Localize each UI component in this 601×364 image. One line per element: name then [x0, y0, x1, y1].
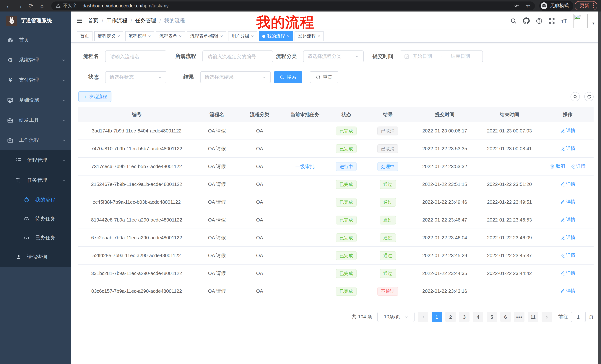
tab-流程表单[interactable]: 流程表单× — [156, 31, 185, 41]
calendar-icon — [404, 54, 409, 59]
detail-action[interactable]: 详情 — [560, 234, 575, 241]
back-icon[interactable]: ← — [4, 1, 13, 10]
prev-page-button[interactable] — [418, 312, 428, 322]
detail-action[interactable]: 详情 — [560, 127, 575, 134]
tab-close-icon[interactable]: × — [148, 34, 151, 39]
avatar[interactable] — [573, 14, 588, 28]
key-icon[interactable] — [514, 3, 520, 9]
detail-action[interactable]: 详情 — [560, 252, 575, 259]
page-button-5[interactable]: 5 — [487, 312, 497, 322]
cell-actions: 详情 — [542, 175, 594, 193]
sidebar-item-payment[interactable]: ￥ 支付管理 — [0, 70, 71, 90]
page-button-2[interactable]: 2 — [445, 312, 456, 322]
create-process-button[interactable]: ＋ 发起流程 — [78, 91, 111, 102]
reset-button[interactable]: 重置 — [310, 71, 338, 83]
tab-发起流程[interactable]: 发起流程× — [295, 31, 323, 41]
browser-menu-icon[interactable] — [593, 3, 594, 8]
submit-time-range-picker[interactable]: 开始日期 - 结束日期 — [400, 50, 483, 62]
tab-close-icon[interactable]: × — [318, 34, 320, 39]
window-scrollbar[interactable] — [598, 11, 601, 364]
sidebar-item-devtools[interactable]: 研发工具 — [0, 110, 71, 130]
detail-action[interactable]: 详情 — [560, 199, 575, 205]
help-icon[interactable] — [536, 18, 542, 24]
cell-end-time: 2022-01-22 23:44:42 — [477, 264, 542, 282]
avatar-caret-icon[interactable]: ▼ — [592, 21, 595, 25]
sidebar-item-todo-task[interactable]: 待办任务 — [0, 209, 71, 228]
hamburger-icon[interactable] — [76, 18, 83, 24]
sidebar-item-my-process[interactable]: 我的流程 — [0, 190, 71, 209]
status-select[interactable]: 请选择状态 — [105, 71, 166, 83]
column-header: 当前审批任务 — [280, 107, 330, 122]
url-host[interactable]: dashboard.yudao.iocoder.cn — [83, 3, 141, 8]
detail-action[interactable]: 详情 — [560, 181, 575, 187]
page-button-6[interactable]: 6 — [500, 312, 511, 322]
category-select[interactable]: 请选择流程分类 — [303, 50, 364, 62]
tab-close-icon[interactable]: × — [117, 34, 120, 39]
tab-我的流程[interactable]: 我的流程× — [259, 31, 293, 41]
sidebar-item-task-mgmt[interactable]: 任务管理 — [0, 170, 71, 190]
show-search-button[interactable] — [571, 92, 580, 101]
page-button-1[interactable]: 1 — [432, 312, 442, 322]
cancel-action[interactable]: 取消 — [550, 163, 565, 169]
search-icon[interactable] — [510, 18, 517, 24]
breadcrumb-home[interactable]: 首页 — [88, 18, 99, 24]
briefcase-icon — [7, 137, 13, 144]
sidebar-item-home[interactable]: 首页 — [0, 30, 71, 50]
update-label[interactable]: 更新 — [580, 3, 589, 9]
sidebar-item-label: 研发工具 — [19, 117, 39, 124]
tab-close-icon[interactable]: × — [251, 34, 254, 39]
reload-icon[interactable]: ⟳ — [26, 1, 36, 10]
fullscreen-icon[interactable] — [549, 18, 555, 24]
detail-action[interactable]: 详情 — [560, 288, 575, 294]
process-definition-input[interactable] — [202, 50, 273, 62]
list-tree-icon — [15, 157, 21, 163]
result-select[interactable]: 请选择流结果 — [200, 71, 271, 83]
detail-action[interactable]: 详情 — [570, 163, 586, 169]
page-button-4[interactable]: 4 — [473, 312, 483, 322]
sidebar-item-done-task[interactable]: 已办任务 — [0, 228, 71, 247]
next-page-button[interactable] — [541, 312, 552, 322]
breadcrumb-workflow[interactable]: 工作流程 — [106, 18, 127, 24]
tab-close-icon[interactable]: × — [287, 34, 289, 39]
security-label[interactable]: 不安全 — [63, 3, 77, 9]
tab-流程定义[interactable]: 流程定义× — [94, 31, 123, 41]
refresh-table-button[interactable] — [584, 92, 594, 101]
sidebar-item-system[interactable]: ⚙ 系统管理 — [0, 50, 71, 70]
tab-流程表单-编辑[interactable]: 流程表单-编辑× — [187, 31, 226, 41]
sidebar-item-process-mgmt[interactable]: 流程管理 — [0, 150, 71, 170]
forward-icon[interactable]: → — [15, 1, 25, 10]
page-size-select[interactable]: 10条/页 — [377, 312, 415, 322]
github-icon[interactable] — [523, 18, 530, 24]
tab-首页[interactable]: 首页 — [77, 31, 92, 41]
search-button[interactable]: 搜索 — [274, 71, 302, 83]
chevron-down-icon — [62, 118, 66, 122]
edit-pen-icon — [560, 146, 565, 151]
tab-close-icon[interactable]: × — [179, 34, 182, 39]
sidebar-item-label: 流程管理 — [27, 157, 47, 164]
page-button-11[interactable]: 11 — [528, 312, 538, 322]
detail-action[interactable]: 详情 — [560, 217, 575, 223]
tab-close-icon[interactable]: × — [220, 34, 223, 39]
sidebar-item-workflow[interactable]: 工作流程 — [0, 130, 71, 150]
app-logo[interactable]: 芋道管理系统 — [0, 11, 71, 30]
tab-用户分组[interactable]: 用户分组× — [228, 31, 257, 41]
current-task-link[interactable]: 一级审批 — [295, 163, 315, 169]
url-path[interactable]: /bpm/task/my — [141, 3, 169, 8]
sidebar-item-infrastructure[interactable]: 基础设施 — [0, 90, 71, 110]
home-icon[interactable]: ⌂ — [37, 1, 47, 10]
page-button-3[interactable]: 3 — [459, 312, 470, 322]
address-bar[interactable]: 不安全 dashboard.yudao.iocoder.cn/bpm/task/… — [51, 1, 535, 10]
bookmark-star-icon[interactable]: ☆ — [526, 3, 531, 9]
font-size-icon[interactable]: TT — [561, 18, 567, 24]
browser-update-button[interactable]: 更新 — [575, 1, 597, 10]
cell-category: OA — [239, 282, 280, 300]
chevron-down-icon — [404, 315, 408, 319]
breadcrumb-task-mgmt[interactable]: 任务管理 — [135, 18, 156, 24]
detail-action[interactable]: 详情 — [560, 145, 575, 152]
sidebar-item-leave-query[interactable]: 请假查询 — [0, 247, 71, 267]
detail-action[interactable]: 详情 — [560, 270, 575, 276]
goto-page-input[interactable] — [571, 312, 586, 322]
tab-流程模型[interactable]: 流程模型× — [125, 31, 154, 41]
process-name-input[interactable] — [105, 50, 166, 62]
more-pages-button[interactable]: ••• — [514, 312, 524, 322]
